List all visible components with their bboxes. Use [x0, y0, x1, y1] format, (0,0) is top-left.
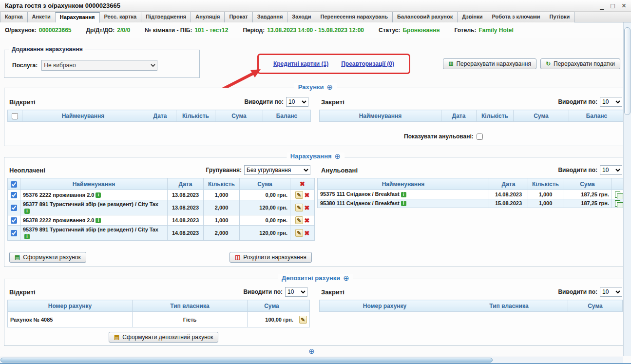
info-icon[interactable]: i [401, 201, 406, 206]
delete-icon[interactable]: ✖ [305, 217, 310, 224]
tab-ankety[interactable]: Анкети [28, 12, 56, 22]
delete-icon[interactable]: ✖ [305, 204, 310, 211]
table-row: 95380 111 Сніданок / Breakfasti 15.08.20… [318, 199, 624, 208]
col-name: Найменування [320, 110, 441, 122]
info-icon[interactable]: i [401, 192, 406, 197]
accounts-closed-perpage-select[interactable]: 10 [600, 97, 622, 107]
period-value: 13.08.2023 14:00 - 15.08.2023 12:00 [267, 27, 364, 34]
col-account-number: Номер рахунку [8, 300, 133, 312]
annulled-perpage-select[interactable]: 10 [600, 165, 622, 175]
copy-icon[interactable] [615, 200, 620, 207]
split-charges-button[interactable]: ◫ Розділити нарахування [229, 252, 312, 263]
room-label: № кімнати - ПІБ: [145, 27, 192, 34]
invoice-icon: ▤ [15, 254, 20, 261]
charge-amount: 187,25 грн. [563, 190, 612, 199]
tab-perenesennya[interactable]: Перенесення нарахувань [316, 12, 393, 22]
vertical-scrollbar[interactable] [623, 22, 631, 356]
vertical-scrollbar-thumb[interactable] [624, 27, 631, 115]
annulled-perpage-label: Виводити по: [558, 167, 597, 173]
split-icon: ◫ [235, 254, 240, 261]
status-label: Статус: [379, 27, 400, 34]
tab-putivky[interactable]: Путівки [545, 12, 575, 22]
close-icon[interactable]: × [622, 2, 626, 9]
hotel-label: Готель: [455, 27, 477, 34]
accounts-open-selectall-checkbox[interactable] [12, 113, 18, 119]
deposits-closed-title: Закриті [321, 288, 344, 296]
charge-date: 14.08.2023 [168, 226, 204, 241]
delete-all-icon[interactable]: ✖ [300, 180, 305, 188]
tab-pidtverdzhennya[interactable]: Підтвердження [141, 12, 191, 22]
annulled-title: Анульовані [321, 167, 358, 174]
recalc-taxes-button[interactable]: ↻ Перерахувати податки [540, 58, 620, 69]
info-icon[interactable]: i [24, 209, 30, 214]
grouping-select[interactable]: Без угрупування [244, 165, 310, 175]
charge-qty: 1,000 [528, 190, 563, 199]
charge-amount: 0,00 грн. [240, 215, 290, 226]
tab-prokat[interactable]: Прокат [225, 12, 252, 22]
horizontal-scrollbar-thumb[interactable] [0, 358, 493, 363]
charge-name: 95380 111 Сніданок / Breakfast [320, 200, 400, 206]
row-checkbox[interactable] [11, 230, 17, 236]
tab-klyuchi[interactable]: Робота з ключами [487, 12, 545, 22]
make-invoice-button[interactable]: ▤ Сформувати рахунок [9, 252, 86, 263]
recalc-charges-button[interactable]: ⊞ Перерахувати нарахування [443, 58, 536, 69]
tab-dzvinky[interactable]: Дзвінки [458, 12, 487, 22]
col-sum: Сума [215, 110, 263, 122]
grouping-label: Групування: [206, 167, 242, 173]
col-qty: Кількість [477, 110, 514, 122]
payment-links: Кредитні картки (1) Преавторизації (0) [257, 54, 410, 74]
edit-icon[interactable]: ✎ [295, 216, 303, 224]
info-icon[interactable]: i [24, 234, 30, 239]
row-checkbox[interactable] [11, 205, 17, 211]
add-charge-icon[interactable]: ⊕ [335, 153, 341, 159]
service-label: Послуга: [12, 62, 38, 69]
service-select[interactable]: Не вибрано [41, 60, 157, 71]
accounts-section-title: Рахунки [298, 83, 324, 91]
horizontal-scrollbar[interactable] [0, 357, 623, 363]
delete-icon[interactable]: ✖ [305, 192, 310, 199]
maximize-icon[interactable]: □ [611, 2, 614, 9]
tab-zahody[interactable]: Заходи [287, 12, 316, 22]
row-checkbox[interactable] [11, 217, 17, 224]
tab-narahuvannya[interactable]: Нарахування [56, 12, 100, 23]
edit-icon[interactable]: ✎ [299, 316, 307, 324]
add-charge-panel: Додавання нарахування Послуга: Не вибран… [4, 50, 200, 78]
deposits-open-perpage-select[interactable]: 10 [285, 287, 307, 297]
credit-cards-link[interactable]: Кредитні картки (1) [273, 60, 328, 67]
tab-balansovyi[interactable]: Балансовий рахунок [393, 12, 458, 22]
row-checkbox[interactable] [11, 192, 17, 198]
tab-reys-kartka[interactable]: Реєс. картка [100, 12, 142, 22]
col-account-number: Номер рахунку [320, 300, 450, 312]
edit-icon[interactable]: ✎ [295, 204, 303, 211]
info-icon[interactable]: i [96, 218, 101, 223]
deposits-closed-perpage-select[interactable]: 10 [600, 287, 622, 297]
charge-qty: 2,000 [204, 226, 240, 241]
add-deposit-icon[interactable]: ⊕ [343, 275, 349, 281]
add-account-icon[interactable]: ⊕ [327, 84, 333, 90]
col-name: Найменування [20, 178, 168, 190]
add-charge-legend: Додавання нарахування [9, 46, 85, 53]
next-section-add-icon[interactable]: ⊕ [0, 347, 623, 356]
col-date: Дата [168, 178, 204, 190]
copy-icon[interactable] [615, 192, 620, 198]
deposit-owner-type: Гість [133, 312, 248, 327]
deposits-closed-perpage-label: Виводити по: [558, 288, 597, 295]
accounts-open-perpage-select[interactable]: 10 [286, 97, 308, 107]
minimize-icon[interactable]: _ [600, 2, 604, 9]
deposits-open-table: Номер рахунку Тип власника Сума Рахунок … [7, 300, 310, 327]
info-icon[interactable]: i [96, 192, 101, 198]
tab-anulyatsiya[interactable]: Ануляція [191, 12, 225, 22]
charge-qty: 1,000 [204, 190, 240, 200]
edit-icon[interactable]: ✎ [295, 191, 303, 199]
col-owner-type: Тип власника [450, 300, 568, 312]
show-annulled-checkbox[interactable] [477, 134, 483, 140]
delete-icon[interactable]: ✖ [305, 230, 310, 237]
make-deposit-button[interactable]: ▤ Сформувати депозитний рахунок [109, 332, 218, 343]
tab-zavdannya[interactable]: Завдання [253, 12, 288, 22]
col-sum: Сума [240, 178, 290, 190]
col-qty: Кількість [204, 178, 240, 190]
preauth-link[interactable]: Преавторизації (0) [341, 60, 394, 67]
unpaid-selectall-checkbox[interactable] [11, 181, 17, 188]
edit-icon[interactable]: ✎ [295, 229, 303, 237]
tab-kartka[interactable]: Картка [0, 12, 28, 22]
